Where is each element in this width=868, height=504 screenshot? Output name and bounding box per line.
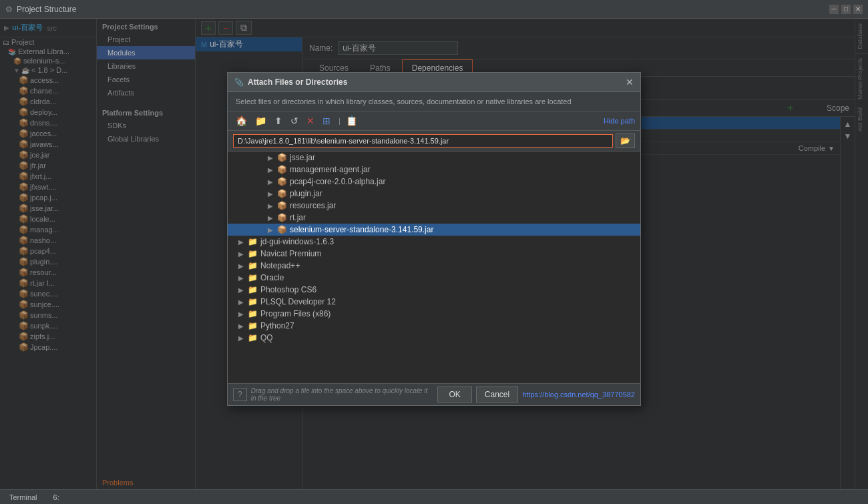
selenium-modal-label: selenium-server-standalone-3.141.59.jar [290, 225, 433, 234]
resources-label: resources.jar [290, 201, 336, 210]
modal-separator: | [339, 117, 341, 125]
progfiles-icon: 📁 [248, 309, 258, 318]
mtree-notepad[interactable]: ▶ 📁 Notepad++ [228, 260, 640, 272]
mgmt-label: management-agent.jar [290, 165, 371, 174]
close-btn[interactable]: ✕ [853, 5, 863, 14]
modal-browse-btn[interactable]: 📂 [616, 134, 635, 148]
title-bar: ⚙ Project Structure ─ □ ✕ [0, 0, 868, 19]
mtree-mgmt[interactable]: ▶ 📦 management-agent.jar [228, 164, 640, 176]
bottom-bar: Terminal 6: [0, 489, 868, 504]
modal-delete-btn[interactable]: ✕ [304, 114, 317, 128]
mtree-selenium[interactable]: ▶ 📦 selenium-server-standalone-3.141.59.… [228, 224, 640, 236]
mtree-plugin[interactable]: ▶ 📦 plugin.jar [228, 188, 640, 200]
navicat-label: Navicat Premium [260, 249, 321, 258]
plsql-label: PLSQL Developer 12 [260, 297, 336, 306]
mtree-rt[interactable]: ▶ 📦 rt.jar [228, 212, 640, 224]
modal-title-text: Attach Files or Directories [248, 77, 626, 87]
jsse-label: jsse.jar [290, 153, 315, 162]
notepad-label: Notepad++ [260, 261, 300, 270]
url-text: https://blog.csdn.net/qq_38770582 [522, 391, 635, 399]
pcap4j-icon: 📦 [277, 177, 287, 186]
title-text: Project Structure [17, 5, 76, 14]
mtree-oracle[interactable]: ▶ 📁 Oracle [228, 272, 640, 284]
rt-icon: 📦 [277, 213, 287, 222]
resources-icon: 📦 [277, 201, 287, 210]
oracle-icon: 📁 [248, 273, 258, 282]
plugin-label: plugin.jar [290, 189, 322, 198]
oracle-label: Oracle [260, 273, 284, 282]
rt-label: rt.jar [290, 213, 306, 222]
mtree-navicat[interactable]: ▶ 📁 Navicat Premium [228, 248, 640, 260]
modal-newfolder-btn[interactable]: 📁 [252, 114, 269, 128]
hide-path-link[interactable]: Hide path [604, 117, 635, 125]
modal-refresh-btn[interactable]: ↺ [288, 114, 301, 128]
mtree-jdgui[interactable]: ▶ 📁 jd-gui-windows-1.6.3 [228, 236, 640, 248]
expand-resources: ▶ [268, 202, 277, 210]
python-icon: 📁 [248, 321, 258, 330]
mtree-jsse[interactable]: ▶ 📦 jsse.jar [228, 152, 640, 164]
expand-pcap4j: ▶ [268, 178, 277, 186]
expand-python: ▶ [238, 322, 248, 330]
jsse-icon: 📦 [277, 153, 287, 162]
expand-mgmt: ▶ [268, 166, 277, 174]
notepad-icon: 📁 [248, 261, 258, 270]
modal-file-tree: ▶ 📦 jsse.jar ▶ 📦 management-agent.jar ▶ … [228, 152, 640, 383]
expand-jsse: ▶ [268, 154, 277, 162]
modal-cancel-btn[interactable]: Cancel [476, 387, 518, 403]
modal-expand-btn[interactable]: ⊞ [320, 114, 333, 128]
modal-help-btn[interactable]: ? [233, 388, 247, 401]
photoshop-label: Photoshop CS6 [260, 285, 316, 294]
modal-toolbar: 🏠 📁 ⬆ ↺ ✕ ⊞ | 📋 Hide path [228, 111, 640, 131]
photoshop-icon: 📁 [248, 285, 258, 294]
pcap4j-label: pcap4j-core-2.0.0-alpha.jar [290, 177, 385, 186]
mtree-python[interactable]: ▶ 📁 Python27 [228, 320, 640, 332]
modal-overlay: 📎 Attach Files or Directories ✕ Select f… [0, 19, 868, 489]
expand-jdgui: ▶ [238, 238, 248, 246]
qq-icon: 📁 [248, 333, 258, 342]
python-label: Python27 [260, 321, 294, 330]
selenium-modal-icon: 📦 [277, 225, 287, 234]
plsql-icon: 📁 [248, 297, 258, 306]
expand-selenium: ▶ [268, 226, 277, 234]
expand-qq: ▶ [238, 334, 248, 342]
modal-title-icon: 📎 [234, 78, 244, 87]
modal-close-btn[interactable]: ✕ [626, 77, 634, 87]
expand-progfiles: ▶ [238, 310, 248, 318]
navicat-icon: 📁 [248, 249, 258, 258]
expand-oracle: ▶ [238, 274, 248, 282]
modal-footer: ? Drag and drop a file into the space ab… [228, 383, 640, 405]
expand-plugin: ▶ [268, 190, 277, 198]
modal-path-input[interactable] [233, 134, 613, 148]
expand-notepad: ▶ [238, 262, 248, 270]
modal-description: Select files or directories in which lib… [228, 92, 640, 111]
jdgui-label: jd-gui-windows-1.6.3 [260, 237, 334, 246]
modal-ok-btn[interactable]: OK [437, 387, 471, 403]
modal-hint-text: Drag and drop a file into the space abov… [251, 387, 434, 402]
modal-path-bar: 📂 [228, 131, 640, 152]
maximize-btn[interactable]: □ [841, 5, 851, 14]
mtree-photoshop[interactable]: ▶ 📁 Photoshop CS6 [228, 284, 640, 296]
modal-home-btn[interactable]: 🏠 [233, 114, 250, 128]
expand-rt: ▶ [268, 214, 277, 222]
expand-photoshop: ▶ [238, 286, 248, 294]
mtree-qq[interactable]: ▶ 📁 QQ [228, 332, 640, 344]
minimize-btn[interactable]: ─ [829, 5, 839, 14]
mtree-pcap4j[interactable]: ▶ 📦 pcap4j-core-2.0.0-alpha.jar [228, 176, 640, 188]
jdgui-icon: 📁 [248, 237, 258, 246]
attach-files-modal: 📎 Attach Files or Directories ✕ Select f… [227, 72, 641, 406]
mtree-resources[interactable]: ▶ 📦 resources.jar [228, 200, 640, 212]
modal-up-btn[interactable]: ⬆ [272, 114, 285, 128]
run-tab[interactable]: 6: [49, 492, 63, 503]
plugin-icon: 📦 [277, 189, 287, 198]
terminal-tab[interactable]: Terminal [5, 492, 41, 503]
title-icon: ⚙ [5, 5, 13, 14]
mtree-progfiles[interactable]: ▶ 📁 Program Files (x86) [228, 308, 640, 320]
modal-title-bar: 📎 Attach Files or Directories ✕ [228, 73, 640, 92]
expand-navicat: ▶ [238, 250, 248, 258]
mgmt-icon: 📦 [277, 165, 287, 174]
mtree-plsql[interactable]: ▶ 📁 PLSQL Developer 12 [228, 296, 640, 308]
qq-label: QQ [260, 333, 273, 342]
expand-plsql: ▶ [238, 298, 248, 306]
window-controls: ─ □ ✕ [829, 5, 863, 14]
modal-copy-path-btn[interactable]: 📋 [343, 114, 360, 128]
